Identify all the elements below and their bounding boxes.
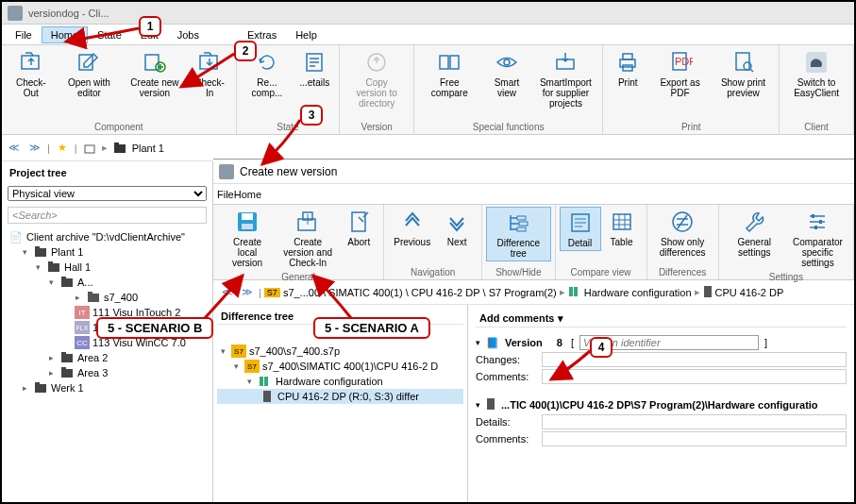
svg-rect-25 [48,261,53,264]
nav-back[interactable]: ≪ [6,140,23,157]
abort-button[interactable]: Abort [338,207,379,249]
print-preview-button[interactable]: Show print preview [712,47,775,100]
noequal-icon [669,209,696,235]
svg-rect-21 [114,143,119,145]
chevron-up-icon [399,209,426,235]
open-editor-button[interactable]: Open with editor [57,47,123,100]
dt-n4[interactable]: CPU 416-2 DP (R:0, S:3) differ [217,389,463,404]
titlebar: versiondog - Cli... [2,2,854,25]
tree-hall1[interactable]: ▾Hall 1 [6,260,209,275]
easyclient-button[interactable]: Switch to EasyClient [783,47,849,100]
svg-rect-26 [61,278,73,287]
callout-5b: 5 - SCENARIO B [96,317,213,339]
tree-archive[interactable]: 📄Client archive "D:\vdClientArchive" [6,229,209,244]
nav-fwd[interactable]: ≫ [26,140,43,157]
export-pdf-button[interactable]: PDFExport as PDF [648,47,712,100]
compare-icon [436,49,462,76]
detail-panel: Add comments ▾ ▾📘Version 8 [ ] Changes: … [468,305,854,502]
dt-n3[interactable]: ▾Hardware configuration [217,374,463,389]
general-settings-button[interactable]: General settings [723,207,786,260]
svg-rect-43 [519,222,528,226]
save-icon [234,209,260,235]
breadcrumb: ≪ ≫ | ★ | ▸ Plant 1 [2,135,854,161]
pencil-icon [76,49,102,76]
refresh-icon [254,49,280,76]
comments-input[interactable] [542,369,847,384]
previous-button[interactable]: Previous [388,207,436,249]
copy-version-button[interactable]: Copy version to directory [344,47,410,110]
svg-rect-46 [613,214,630,229]
detail-button[interactable]: Detail [560,207,601,251]
cpu-icon [486,397,495,412]
details-input[interactable] [542,414,847,429]
add-comments[interactable]: Add comments ▾ [476,311,847,328]
tree-area3[interactable]: ▸Area 3 [6,365,209,380]
svg-rect-39 [298,219,315,230]
difftree-button[interactable]: Difference tree [486,207,550,261]
create-checkin-button[interactable]: Create version and Check-In [277,207,338,270]
next-button[interactable]: Next [436,207,478,249]
checkout-button[interactable]: Check-Out [6,47,57,100]
svg-rect-13 [623,65,632,71]
save-checkin-icon [294,209,321,235]
tree-s7400[interactable]: ▸s7_400 [6,290,209,305]
folder-icon [111,140,128,157]
star-icon[interactable]: ★ [54,140,71,157]
tree-area2[interactable]: ▸Area 2 [6,350,209,365]
print-button[interactable]: Print [607,47,648,90]
dt-n2[interactable]: ▾S7s7_400\SIMATIC 400(1)\CPU 416-2 D [217,359,463,374]
dog-icon [803,49,830,76]
sub-menu-home[interactable]: Home [234,189,261,200]
svg-rect-32 [61,369,73,378]
checkin-button[interactable]: Check-In [188,47,232,100]
create-local-button[interactable]: Create local version [217,207,277,270]
menu-help[interactable]: Help [286,26,327,43]
tree-title: Project tree [2,161,212,184]
home-icon[interactable] [81,140,98,157]
show-only-diff-button[interactable]: Show only differences [651,207,714,260]
checkin-icon [196,49,223,76]
svg-point-17 [744,62,751,70]
smartview-button[interactable]: Smart view [480,47,532,100]
svg-rect-34 [35,384,46,393]
comments2-input[interactable] [542,431,847,446]
sub-nav-fwd[interactable]: ≫ [239,284,256,301]
menu-file[interactable]: File [6,26,42,43]
svg-rect-27 [61,277,66,279]
hw-icon [568,285,581,300]
tree-plant1[interactable]: ▾Plant 1 [6,244,209,260]
menu-home[interactable]: Home [42,26,88,43]
sub-menu-file[interactable]: File [217,189,234,200]
table-button[interactable]: Table [601,207,643,249]
menu-state[interactable]: State [88,26,131,43]
sliders-icon [804,209,831,235]
menu-jobs[interactable]: Jobs [168,26,209,43]
dt-n1[interactable]: ▾S7s7_400\s7_400.s7p [217,344,463,359]
svg-rect-2 [145,55,159,70]
callout-2: 2 [234,41,257,61]
details-button[interactable]: ...etails [294,47,335,90]
svg-rect-16 [736,53,749,70]
printer-icon [614,49,641,76]
bc-plant[interactable]: Plant 1 [132,143,164,154]
subwin-menu: File Home [213,184,854,205]
app-icon [8,6,23,21]
smartimport-button[interactable]: SmartImport for supplier projects [533,47,599,110]
svg-rect-8 [450,56,459,69]
tree-werk1[interactable]: ▸Werk 1 [6,380,209,395]
svg-rect-35 [35,382,40,385]
changes-input[interactable] [542,352,847,367]
free-compare-button[interactable]: Free compare [418,47,480,100]
svg-rect-38 [242,224,253,229]
search-input[interactable]: <Search> [8,207,207,224]
svg-rect-51 [569,287,573,296]
create-new-version-button[interactable]: Create new version [122,47,188,100]
checkout-icon [18,49,44,76]
ribbon: Check-Out Open with editor Create new ve… [2,45,854,135]
sub-nav-back[interactable]: ≪ [219,284,236,301]
svg-rect-55 [264,377,268,386]
comp-settings-button[interactable]: Comparator specific settings [786,207,849,270]
callout-4: 4 [590,337,613,358]
tree-a[interactable]: ▾A... [6,275,209,290]
view-select[interactable]: Physical view [8,186,207,201]
